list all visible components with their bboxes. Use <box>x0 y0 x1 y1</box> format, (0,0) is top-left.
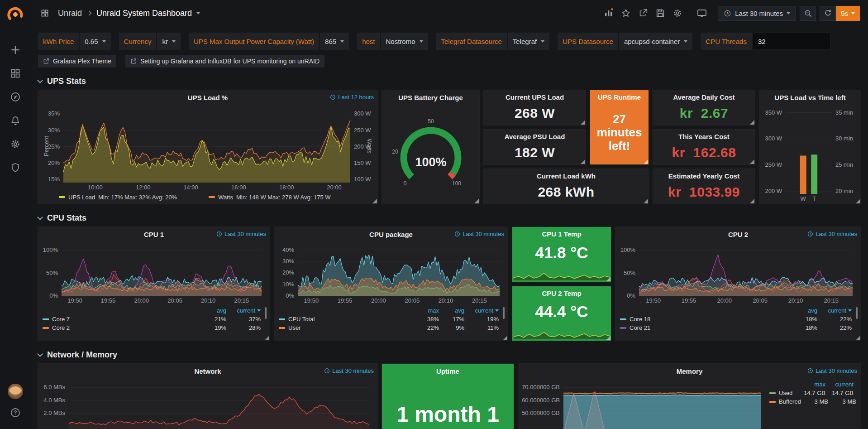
legend-series-name[interactable]: Used <box>769 390 798 396</box>
explore-compass-icon[interactable] <box>5 87 25 107</box>
zoom-out-icon[interactable] <box>800 6 816 21</box>
stat-value: kr 2.67 <box>680 106 728 121</box>
legend-col-avg[interactable]: avg <box>789 307 817 314</box>
cycle-view-tv-icon[interactable] <box>694 6 710 20</box>
variable-value-dropdown[interactable]: 0.65 <box>80 33 110 50</box>
legend-series-name[interactable]: UPS Load <box>68 194 95 201</box>
configuration-gear-icon[interactable] <box>5 134 25 154</box>
clock-icon <box>807 231 813 237</box>
variable-value-dropdown[interactable]: Nostromo <box>381 33 428 50</box>
axis-tick: 18:00 <box>275 184 298 191</box>
panel-title[interactable]: Current UPS Load <box>484 93 586 101</box>
cpu-threads-input[interactable] <box>753 33 830 50</box>
dashboard-settings-gear-icon[interactable] <box>670 6 685 20</box>
legend-scrollbar[interactable] <box>856 307 858 319</box>
refresh-icon[interactable] <box>820 6 836 21</box>
panel-title[interactable]: UPS Load % <box>188 94 228 101</box>
refresh-interval-dropdown[interactable]: 5s <box>836 6 860 21</box>
external-link-icon <box>130 58 137 64</box>
breadcrumb-app[interactable]: Unraid <box>58 9 82 18</box>
dashboard-caret-icon[interactable] <box>196 12 200 14</box>
save-icon[interactable] <box>653 6 668 20</box>
panel-title[interactable]: Uptime <box>436 367 459 375</box>
panel-title[interactable]: This Years Cost <box>653 133 755 140</box>
chart-canvas[interactable] <box>276 241 506 305</box>
dashboard-link[interactable]: Setting up Grafana and InfluxDB for UPS … <box>125 55 324 67</box>
apps-grid-icon[interactable] <box>37 6 52 20</box>
section-ups-stats[interactable]: UPS Stats <box>38 77 861 86</box>
panel-title[interactable]: UPS Load vs Time left <box>774 94 845 101</box>
breadcrumb-dashboard-title[interactable]: Unraid System Dashboard <box>96 9 192 18</box>
star-icon[interactable] <box>618 6 634 20</box>
section-network-memory[interactable]: Network / Memory <box>38 350 861 360</box>
alerting-bell-icon[interactable] <box>5 111 25 130</box>
ups-vs-time-bar-chart[interactable]: 200 W20 min250 W25 min300 W30 min350 W35… <box>760 105 860 204</box>
dashboard-link[interactable]: Grafana Plex Theme <box>38 55 116 67</box>
axis-tick: 200 W <box>760 188 782 194</box>
legend-col-current[interactable]: current <box>825 381 854 388</box>
panel-title[interactable]: Current Load kWh <box>484 172 649 180</box>
axis-tick: 60.000000 GB <box>519 397 560 404</box>
dashboards-icon[interactable] <box>5 63 25 83</box>
axis-tick: 20:00 <box>713 297 736 304</box>
panel-title[interactable]: UPS Runtime <box>590 93 649 101</box>
legend-series-name[interactable]: Watts <box>218 194 233 201</box>
legend-series-name[interactable]: Core 7 <box>43 316 198 323</box>
chart-canvas[interactable] <box>40 241 268 305</box>
ups-load-chart[interactable]: 15%20%25%30%35%100 W150 W200 W250 W300 W… <box>40 105 376 192</box>
cpu-package-chart[interactable]: 0%10%20%30%40%19:5019:5520:0020:0520:102… <box>276 241 506 305</box>
chart-canvas[interactable] <box>40 105 376 192</box>
panel-title[interactable]: Average PSU Load <box>484 133 586 140</box>
legend-series-name[interactable]: Core 18 <box>620 316 789 323</box>
create-icon[interactable] <box>5 40 25 60</box>
legend-series-name[interactable]: Core 21 <box>620 324 789 331</box>
axis-tick: 30% <box>276 258 294 265</box>
panel-title[interactable]: UPS Battery Charge <box>398 94 463 101</box>
server-admin-shield-icon[interactable] <box>5 158 25 178</box>
legend-col-current[interactable]: current <box>817 307 852 314</box>
grafana-logo-icon[interactable] <box>6 5 24 24</box>
cpu1-chart[interactable]: 0%50%100%19:5019:5520:0020:0520:1020:15 <box>40 241 268 305</box>
user-avatar[interactable] <box>8 384 23 399</box>
panel-title[interactable]: Memory <box>677 367 703 375</box>
legend-series-name[interactable]: User <box>279 324 414 331</box>
panel-title[interactable]: Network <box>194 367 221 375</box>
variable-value-dropdown[interactable]: 865 <box>320 33 349 50</box>
help-icon[interactable]: ? <box>5 403 25 423</box>
add-panel-icon[interactable] <box>601 6 616 20</box>
chart-canvas[interactable] <box>617 241 859 305</box>
legend-series-name[interactable]: Core 2 <box>43 324 198 331</box>
share-icon[interactable] <box>635 6 651 20</box>
memory-chart[interactable]: 50.000000 GB60.000000 GB70.000000 GB19:5… <box>519 378 768 429</box>
legend-col-avg[interactable]: avg <box>198 307 226 314</box>
panel-title[interactable]: Average Daily Cost <box>653 93 755 101</box>
legend-series-name[interactable]: Buffered <box>769 398 801 405</box>
network-chart[interactable]: 2.0 MBs4.0 MBs6.0 MBs19:5019:5520:0020:0… <box>40 378 376 429</box>
legend-col-max[interactable]: max <box>798 381 825 388</box>
panel-title[interactable]: Estimated Yearly Cost <box>653 172 755 180</box>
section-cpu-stats[interactable]: CPU Stats <box>38 213 861 223</box>
legend-series-name[interactable]: CPU Total <box>279 316 414 323</box>
legend-col-current[interactable]: current <box>226 307 261 314</box>
svg-text:100%: 100% <box>415 155 446 169</box>
clock-icon <box>454 231 460 237</box>
panel-title[interactable]: CPU 1 <box>144 231 164 238</box>
axis-tick: 70.000000 GB <box>519 384 560 390</box>
panel-title[interactable]: CPU 2 <box>728 231 748 238</box>
time-range-picker[interactable]: Last 30 minutes <box>718 6 796 21</box>
legend-col-current[interactable]: current <box>464 307 499 314</box>
legend-col-avg[interactable]: avg <box>439 307 464 314</box>
axis-tick: 150 W <box>354 159 371 166</box>
legend-col-max[interactable]: max <box>414 307 439 314</box>
variable-value-dropdown[interactable]: apcupsd-container <box>619 33 692 50</box>
axis-tick: 4.0 MBs <box>40 397 65 404</box>
chart-canvas[interactable] <box>40 378 376 429</box>
legend-scrollbar[interactable] <box>265 307 267 319</box>
panel-title[interactable]: CPU 2 Temp <box>512 289 611 297</box>
cpu2-chart[interactable]: 0%50%100%19:5019:5520:0020:0520:1020:15 <box>617 241 859 305</box>
panel-title[interactable]: CPU 1 Temp <box>512 230 611 238</box>
variable-value-dropdown[interactable]: Telegraf <box>508 33 549 50</box>
legend-scrollbar[interactable] <box>503 307 505 319</box>
panel-title[interactable]: CPU package <box>369 231 413 238</box>
variable-value-dropdown[interactable]: kr <box>157 33 181 50</box>
